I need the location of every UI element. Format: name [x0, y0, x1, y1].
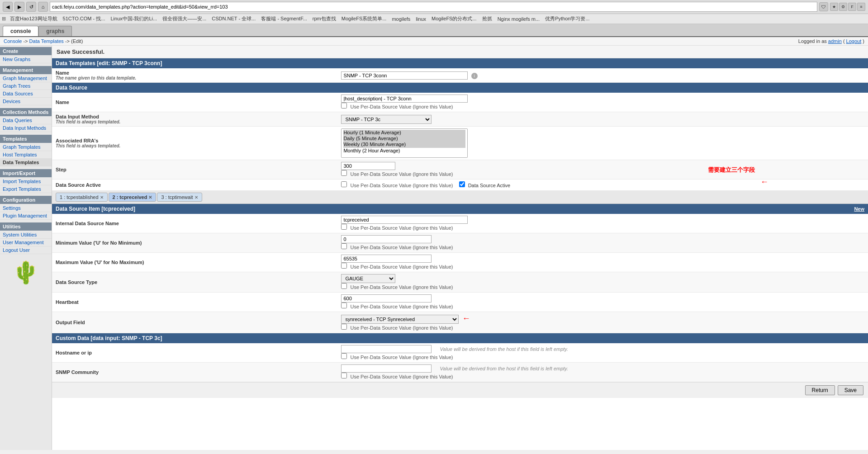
data-input-select[interactable]: SNMP - TCP 3c — [341, 115, 432, 124]
addon-icon-3[interactable]: F — [848, 3, 856, 11]
addon-icon-4[interactable]: ≡ — [857, 3, 865, 11]
sidebar-item-graph-management[interactable]: Graph Management — [0, 75, 52, 82]
ds-name-checkbox[interactable] — [341, 103, 347, 109]
rra-select[interactable]: Hourly (1 Minute Average)Daily (5 Minute… — [341, 128, 468, 158]
sidebar-item-new-graphs[interactable]: New Graphs — [0, 56, 52, 63]
snmp-community-input[interactable] — [341, 364, 432, 373]
bookmark-strong[interactable]: 很全很强大——安... — [160, 15, 209, 23]
ds-tab-3[interactable]: 3: tcptimewait ✕ — [157, 193, 202, 202]
sidebar-configuration-heading: Configuration — [0, 196, 52, 204]
ds-item-new-link[interactable]: New — [854, 206, 864, 212]
sidebar-item-data-templates[interactable]: Data Templates — [0, 159, 52, 166]
ds-tab-2[interactable]: 2: tcpreceived ✕ — [109, 193, 157, 202]
bookmark-mogilefs-sys[interactable]: MogileFS系统简单... — [339, 15, 389, 23]
min-value-row: Minimum Value ('U' for No Minimum) Use P… — [52, 233, 868, 253]
content-area: Save Successful. Data Templates [edit: S… — [52, 46, 868, 450]
output-field-checkbox[interactable] — [341, 324, 347, 330]
bookmark-segment[interactable]: 客服端 - SegmentF... — [259, 15, 309, 23]
sidebar-item-data-queries[interactable]: Data Queries — [0, 117, 52, 124]
bookmark-qiangjia[interactable]: 抢抓 — [480, 15, 494, 23]
bookmark-51cto[interactable]: 51CTO.COM - 找... — [61, 15, 108, 23]
sidebar-item-plugin-management[interactable]: Plugin Management — [0, 212, 52, 220]
ds-tab-2-close[interactable]: ✕ — [148, 195, 152, 200]
ds-tab-1[interactable]: 1: tcpestablished ✕ — [56, 193, 108, 202]
bookmark-mogilefs[interactable]: mogilefs — [389, 16, 413, 22]
sidebar-item-system-utilities[interactable]: System Utilities — [0, 231, 52, 239]
ds-active-main-checkbox[interactable] — [459, 181, 465, 187]
bookmark-rpm[interactable]: rpm包查找 — [310, 15, 338, 23]
ds-name-input[interactable] — [341, 95, 468, 103]
bookmark-hao123[interactable]: 百度Hao123网址导航 — [8, 15, 60, 23]
bookmark-linux[interactable]: linux — [413, 16, 428, 22]
max-value-input[interactable] — [341, 255, 432, 263]
rra-desc: This field is always templated. — [56, 143, 334, 148]
ds-type-checkbox[interactable] — [341, 283, 347, 289]
sidebar-item-data-sources[interactable]: Data Sources — [0, 90, 52, 98]
forward-button[interactable]: ▶ — [14, 2, 24, 12]
ds-active-label: Data Source Active — [56, 182, 334, 188]
sidebar-item-import-templates[interactable]: Import Templates — [0, 178, 52, 185]
heartbeat-label: Heartbeat — [56, 299, 334, 305]
tab-console[interactable]: console — [3, 26, 38, 36]
snmp-community-label: SNMP Community — [56, 369, 334, 375]
min-value-input[interactable] — [341, 235, 432, 243]
name-input[interactable] — [341, 71, 468, 80]
ds-tab-3-close[interactable]: ✕ — [194, 195, 198, 200]
sidebar-item-export-templates[interactable]: Export Templates — [0, 185, 52, 193]
home-button[interactable]: ⌂ — [38, 2, 48, 12]
breadcrumb-console[interactable]: Console — [4, 38, 22, 44]
sidebar-item-devices[interactable]: Devices — [0, 98, 52, 105]
return-button[interactable]: Return — [805, 385, 835, 395]
back-button[interactable]: ◀ — [3, 2, 13, 12]
tab-graphs[interactable]: graphs — [38, 26, 72, 36]
name-section-table: Name The name given to this data templat… — [52, 68, 868, 83]
max-value-row: Maximum Value ('U' for No Maximum) Use P… — [52, 253, 868, 272]
save-button[interactable]: Save — [838, 385, 863, 395]
ds-active-row: Data Source Active Use Per-Data Source V… — [52, 180, 868, 191]
sidebar-import-export-section: Import/Export Import Templates Export Te… — [0, 168, 52, 194]
step-input[interactable] — [341, 162, 395, 170]
min-value-checkbox[interactable] — [341, 243, 347, 249]
bookmark-nginx[interactable]: Nginx mogilefs m... — [495, 16, 542, 22]
apps-icon: ⊞ — [2, 16, 6, 22]
addon-icon-1[interactable]: ★ — [830, 3, 838, 11]
hostname-input[interactable] — [341, 345, 432, 353]
internal-name-checkbox[interactable] — [341, 224, 347, 230]
breadcrumb-data-templates[interactable]: Data Templates — [29, 38, 64, 44]
min-value-checkbox-label: Use Per-Data Source Value (Ignore this V… — [341, 245, 453, 250]
ds-type-select[interactable]: GAUGE COUNTER DERIVE ABSOLUTE — [341, 274, 395, 283]
heartbeat-checkbox[interactable] — [341, 303, 347, 308]
data-source-table: Name Use Per-Data Source Value (Ignore t… — [52, 93, 868, 191]
snmp-community-checkbox[interactable] — [341, 373, 347, 378]
hostname-checkbox[interactable] — [341, 353, 347, 359]
main-layout: Create New Graphs Management Graph Manag… — [0, 46, 868, 450]
internal-name-input[interactable] — [341, 216, 468, 224]
sidebar-item-user-management[interactable]: User Management — [0, 239, 52, 246]
addon-icon-2[interactable]: ⚙ — [839, 3, 847, 11]
bookmark-python[interactable]: 优秀Python学习资... — [543, 15, 592, 23]
sidebar-item-data-input-methods[interactable]: Data Input Methods — [0, 124, 52, 132]
top-bar: Console -> Data Templates -> (Edit) Logg… — [0, 37, 868, 46]
name-info-icon[interactable]: i — [471, 73, 478, 79]
shield-icon[interactable]: 🛡 — [819, 2, 828, 11]
reload-button[interactable]: ↺ — [26, 2, 36, 12]
sidebar-item-host-templates[interactable]: Host Templates — [0, 151, 52, 159]
heartbeat-input[interactable] — [341, 294, 432, 303]
ds-tab-1-close[interactable]: ✕ — [100, 195, 104, 200]
sidebar-item-graph-templates[interactable]: Graph Templates — [0, 143, 52, 151]
admin-link[interactable]: admin — [828, 38, 842, 44]
sidebar-item-logout-user[interactable]: Logout User — [0, 246, 52, 254]
sidebar-item-settings[interactable]: Settings — [0, 204, 52, 212]
cactus-icon: 🌵 — [5, 260, 47, 285]
output-field-select[interactable]: synreceived - TCP Synreceived — [341, 315, 459, 324]
sidebar-item-graph-trees[interactable]: Graph Trees — [0, 82, 52, 90]
internal-name-row: Internal Data Source Name Use Per-Data S… — [52, 214, 868, 233]
step-checkbox[interactable] — [341, 170, 347, 176]
bookmark-linux-cn[interactable]: Linux中国-我们的Li... — [108, 15, 159, 23]
ds-active-checkbox[interactable] — [341, 181, 347, 187]
address-bar[interactable] — [50, 2, 817, 12]
bookmark-csdn[interactable]: CSDN.NET - 全球... — [209, 15, 258, 23]
bookmark-mogilefs-dist[interactable]: MogileFS的分布式... — [429, 15, 479, 23]
max-value-checkbox[interactable] — [341, 263, 347, 269]
logout-link[interactable]: Logout — [846, 38, 862, 44]
